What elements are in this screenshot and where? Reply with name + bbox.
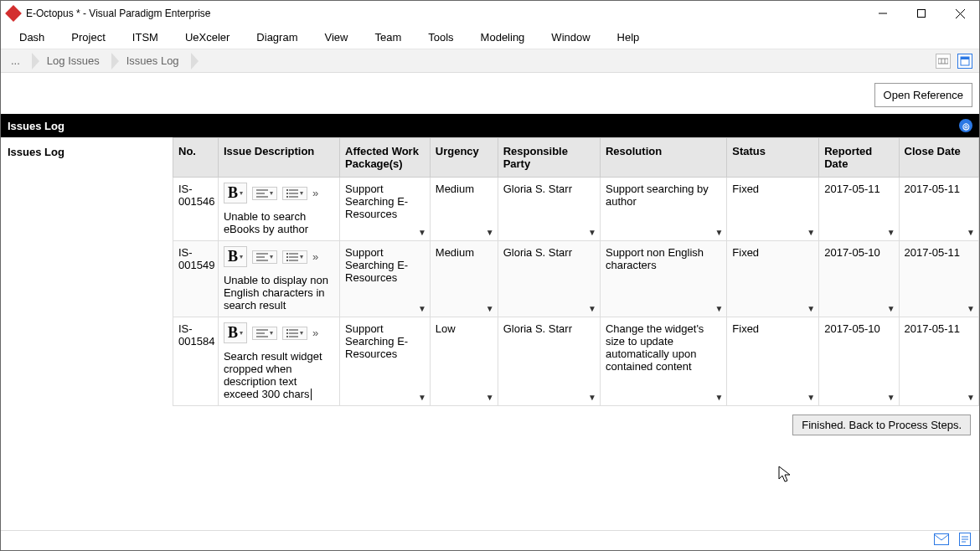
cell-urgency[interactable]: Medium▼ — [430, 241, 498, 317]
cell-desc[interactable]: B▾ ▾ ▾ » Search result widget cropped wh… — [218, 317, 339, 406]
th-affected[interactable]: Affected Work Package(s) — [340, 138, 431, 178]
menu-modeling[interactable]: Modeling — [467, 28, 539, 47]
menu-project[interactable]: Project — [58, 28, 118, 47]
more-icon[interactable]: » — [312, 327, 318, 339]
cell-affected[interactable]: Support Searching E-Resources▼ — [340, 317, 431, 406]
menu-window[interactable]: Window — [538, 28, 603, 47]
align-icon[interactable]: ▾ — [252, 327, 277, 340]
cell-resolution[interactable]: Support non English characters▼ — [600, 241, 726, 317]
cell-reported[interactable]: 2017-05-11▼ — [819, 178, 899, 241]
cell-desc[interactable]: B▾ ▾ ▾ » Unable to search eBooks by auth… — [218, 178, 339, 241]
cell-close[interactable]: 2017-05-11▼ — [899, 241, 978, 317]
dropdown-icon[interactable]: ▼ — [714, 393, 723, 402]
th-close[interactable]: Close Date — [899, 138, 978, 178]
breadcrumb-issues-log[interactable]: Issues Log — [111, 52, 191, 70]
menu-uexceler[interactable]: UeXceler — [172, 28, 243, 47]
breadcrumb-log-issues[interactable]: Log Issues — [32, 52, 111, 70]
cell-close[interactable]: 2017-05-11▼ — [899, 178, 978, 241]
bold-icon[interactable]: B▾ — [224, 322, 247, 343]
th-no[interactable]: No. — [173, 138, 219, 178]
align-icon[interactable]: ▾ — [252, 187, 277, 200]
more-icon[interactable]: » — [312, 187, 318, 199]
dropdown-icon[interactable]: ▼ — [967, 304, 975, 313]
dropdown-icon[interactable]: ▼ — [418, 228, 426, 237]
close-button[interactable] — [941, 1, 979, 26]
dropdown-icon[interactable]: ▼ — [588, 393, 596, 402]
cell-close[interactable]: 2017-05-11▼ — [899, 317, 978, 406]
table-row: IS-001546 B▾ ▾ ▾ » Unable to search eBoo… — [173, 178, 979, 241]
dropdown-icon[interactable]: ▼ — [588, 304, 596, 313]
note-icon[interactable] — [959, 533, 971, 548]
list-icon[interactable]: ▾ — [282, 187, 307, 200]
dropdown-icon[interactable]: ▼ — [486, 228, 494, 237]
cell-no[interactable]: IS-001584 — [173, 317, 219, 406]
cell-affected[interactable]: Support Searching E-Resources▼ — [340, 178, 431, 241]
dropdown-icon[interactable]: ▼ — [418, 304, 426, 313]
cell-status[interactable]: Fixed▼ — [727, 241, 819, 317]
th-reported[interactable]: Reported Date — [819, 138, 899, 178]
dropdown-icon[interactable]: ▼ — [967, 393, 975, 402]
desc-text[interactable]: Search result widget cropped when descri… — [224, 350, 334, 400]
cell-no[interactable]: IS-001549 — [173, 241, 219, 317]
cell-urgency[interactable]: Medium▼ — [430, 178, 498, 241]
cell-responsible[interactable]: Gloria S. Starr▼ — [498, 317, 600, 406]
svg-rect-1 — [918, 10, 926, 18]
dropdown-icon[interactable]: ▼ — [807, 228, 815, 237]
list-icon[interactable]: ▾ — [282, 250, 307, 264]
desc-text[interactable]: Unable to search eBooks by author — [224, 210, 334, 235]
dropdown-icon[interactable]: ▼ — [807, 304, 815, 313]
dropdown-icon[interactable]: ▼ — [418, 393, 426, 402]
dropdown-icon[interactable]: ▼ — [714, 228, 723, 237]
menu-team[interactable]: Team — [361, 28, 415, 47]
menu-help[interactable]: Help — [604, 28, 653, 47]
menu-itsm[interactable]: ITSM — [119, 28, 172, 47]
align-icon[interactable]: ▾ — [252, 250, 277, 264]
cell-reported[interactable]: 2017-05-10▼ — [819, 317, 899, 406]
open-reference-button[interactable]: Open Reference — [874, 83, 972, 107]
bold-icon[interactable]: B▾ — [224, 246, 247, 267]
cell-no[interactable]: IS-001546 — [173, 178, 219, 241]
panel-icon[interactable] — [957, 54, 972, 69]
cell-status[interactable]: Fixed▼ — [727, 317, 819, 406]
dropdown-icon[interactable]: ▼ — [588, 228, 596, 237]
cell-urgency[interactable]: Low▼ — [430, 317, 498, 406]
dropdown-icon[interactable]: ▼ — [807, 393, 815, 402]
th-responsible[interactable]: Responsible Party — [498, 138, 600, 178]
cell-responsible[interactable]: Gloria S. Starr▼ — [498, 241, 600, 317]
desc-text[interactable]: Unable to display non English characters… — [224, 274, 334, 312]
cell-resolution[interactable]: Change the widget's size to update autom… — [600, 317, 726, 406]
menu-view[interactable]: View — [311, 28, 361, 47]
bold-icon[interactable]: B▾ — [224, 183, 247, 203]
menu-dash[interactable]: Dash — [6, 28, 58, 47]
dropdown-icon[interactable]: ▼ — [486, 304, 494, 313]
th-resolution[interactable]: Resolution — [600, 138, 726, 178]
more-icon[interactable]: » — [312, 250, 318, 263]
cell-affected[interactable]: Support Searching E-Resources▼ — [340, 241, 431, 317]
maximize-button[interactable] — [902, 1, 941, 26]
mail-icon[interactable] — [934, 533, 949, 548]
cell-desc[interactable]: B▾ ▾ ▾ » Unable to display non English c… — [218, 241, 339, 317]
cell-resolution[interactable]: Support searching by author▼ — [600, 178, 726, 241]
breadcrumb-ellipsis[interactable]: ... — [4, 52, 32, 70]
th-status[interactable]: Status — [727, 138, 819, 178]
svg-point-25 — [286, 256, 288, 258]
th-desc[interactable]: Issue Description — [218, 138, 339, 178]
menu-diagram[interactable]: Diagram — [243, 28, 311, 47]
location-icon[interactable]: ◎ — [959, 119, 972, 132]
cell-status[interactable]: Fixed▼ — [727, 178, 819, 241]
layout-icon[interactable] — [936, 54, 951, 69]
list-icon[interactable]: ▾ — [282, 327, 307, 340]
issues-table: No. Issue Description Affected Work Pack… — [173, 137, 979, 406]
cell-responsible[interactable]: Gloria S. Starr▼ — [498, 178, 600, 241]
dropdown-icon[interactable]: ▼ — [887, 228, 895, 237]
dropdown-icon[interactable]: ▼ — [486, 393, 494, 402]
finished-button[interactable]: Finished. Back to Process Steps. — [792, 415, 971, 435]
menu-tools[interactable]: Tools — [415, 28, 467, 47]
dropdown-icon[interactable]: ▼ — [967, 228, 975, 237]
dropdown-icon[interactable]: ▼ — [887, 393, 895, 402]
th-urgency[interactable]: Urgency — [430, 138, 498, 178]
dropdown-icon[interactable]: ▼ — [887, 304, 895, 313]
cell-reported[interactable]: 2017-05-10▼ — [819, 241, 899, 317]
dropdown-icon[interactable]: ▼ — [714, 304, 723, 313]
minimize-button[interactable] — [864, 1, 902, 26]
